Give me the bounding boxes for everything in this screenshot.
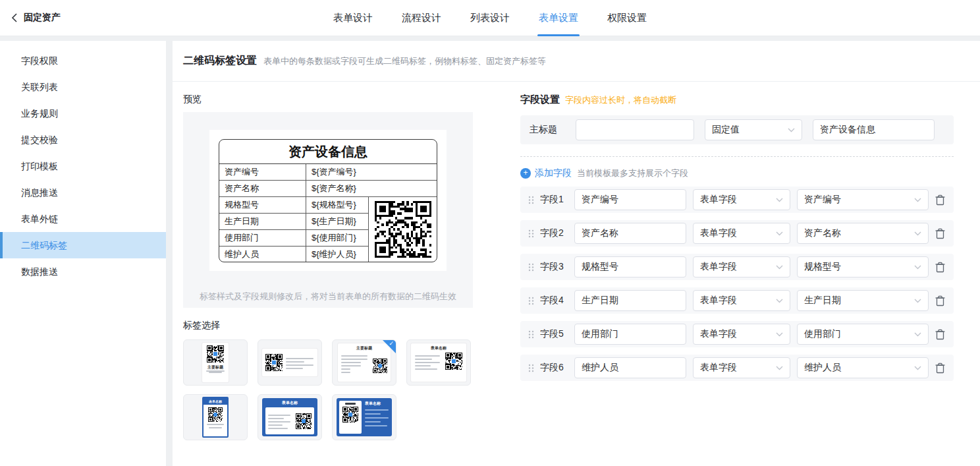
delete-field-button[interactable] bbox=[935, 295, 945, 306]
chevron-down-icon bbox=[776, 299, 783, 303]
label-template-4[interactable]: 表单名称 bbox=[406, 339, 471, 386]
text-line bbox=[268, 424, 283, 426]
label-template-6[interactable]: 表单名称 bbox=[258, 394, 322, 440]
label-preview-card: 资产设备信息 资产编号 ${资产编号} 资产名称 ${资产名称} bbox=[209, 130, 447, 271]
back-button[interactable]: 固定资产 bbox=[9, 12, 61, 24]
sidebar-item-field-permission[interactable]: 字段权限 bbox=[0, 47, 166, 74]
label-template-3-selected[interactable]: 主要标题 bbox=[332, 339, 396, 386]
qrcode-thumb-icon bbox=[265, 354, 283, 371]
text-line bbox=[415, 365, 431, 366]
sidebar-item-related-list[interactable]: 关联列表 bbox=[0, 74, 166, 100]
template-thumbnail: 表单名称 bbox=[411, 343, 466, 382]
field-source-select[interactable]: 使用部门 bbox=[797, 324, 929, 345]
label-field-value: ${使用部门} bbox=[306, 230, 368, 246]
delete-field-button[interactable] bbox=[935, 228, 945, 239]
template-mini-title: 表单名称 bbox=[415, 345, 462, 351]
field-type-select[interactable]: 表单字段 bbox=[693, 357, 790, 378]
main-title-input[interactable] bbox=[576, 119, 694, 140]
label-template-7[interactable]: 表单名称 bbox=[332, 394, 396, 440]
label-main-title: 资产设备信息 bbox=[219, 140, 437, 164]
label-template-2[interactable] bbox=[258, 339, 322, 386]
field-name-input[interactable] bbox=[574, 223, 686, 244]
qrcode-image bbox=[375, 201, 431, 258]
text-line bbox=[209, 372, 222, 373]
select-value: 表单字段 bbox=[700, 362, 737, 374]
drag-handle-icon[interactable] bbox=[528, 297, 535, 305]
select-value: 资产编号 bbox=[804, 194, 841, 206]
field-type-select[interactable]: 表单字段 bbox=[693, 256, 790, 277]
drag-handle-icon[interactable] bbox=[528, 330, 535, 339]
field-type-select[interactable]: 表单字段 bbox=[693, 290, 790, 311]
drag-handle-icon[interactable] bbox=[528, 229, 535, 238]
sidebar-item-print-template[interactable]: 打印模板 bbox=[0, 153, 166, 179]
text-line bbox=[415, 362, 440, 363]
label-field-name: 使用部门 bbox=[219, 230, 306, 246]
field-source-select[interactable]: 资产编号 bbox=[797, 189, 929, 210]
field-name-input[interactable] bbox=[574, 189, 686, 210]
add-field-plus-icon[interactable]: + bbox=[520, 168, 531, 179]
preview-note: 标签样式及字段规则修改后，将对当前表单的所有数据的二维码生效 bbox=[183, 291, 473, 303]
field-name-input[interactable] bbox=[574, 256, 686, 277]
field-name-input[interactable] bbox=[574, 357, 686, 378]
qrcode-thumb-icon bbox=[208, 407, 223, 422]
tab-list-design[interactable]: 列表设计 bbox=[456, 0, 524, 36]
drag-handle-icon[interactable] bbox=[528, 196, 535, 204]
field-source-select[interactable]: 资产名称 bbox=[797, 223, 929, 244]
text-line bbox=[415, 359, 432, 360]
sidebar-item-form-external-link[interactable]: 表单外链 bbox=[0, 206, 166, 232]
tab-flow-design[interactable]: 流程设计 bbox=[387, 0, 456, 36]
sidebar-item-submit-validation[interactable]: 提交校验 bbox=[0, 127, 166, 153]
template-mini-title: 表单名称 bbox=[204, 398, 227, 405]
template-thumbnail: 表单名称 bbox=[202, 397, 229, 438]
qrcode-thumb-icon bbox=[445, 353, 462, 370]
delete-field-button[interactable] bbox=[935, 329, 945, 340]
label-template-5[interactable]: 表单名称 bbox=[183, 394, 248, 440]
label-field-value: ${资产名称} bbox=[306, 181, 437, 196]
text-line bbox=[345, 403, 356, 405]
field-name-input[interactable] bbox=[574, 290, 686, 311]
label-row: 使用部门 ${使用部门} bbox=[219, 230, 368, 247]
template-grid: 主要标题 bbox=[183, 339, 481, 440]
sidebar-item-message-push[interactable]: 消息推送 bbox=[0, 179, 166, 206]
select-value: 表单字段 bbox=[700, 261, 737, 273]
template-mini-title: 主要标题 bbox=[207, 364, 223, 370]
chevron-down-icon bbox=[776, 265, 783, 270]
chevron-down-icon bbox=[914, 332, 921, 337]
select-value: 生产日期 bbox=[804, 295, 841, 306]
field-name-input[interactable] bbox=[574, 324, 686, 345]
main-title-type-select[interactable]: 固定值 bbox=[705, 119, 802, 140]
tab-permission-settings[interactable]: 权限设置 bbox=[593, 0, 661, 36]
label-template-1[interactable]: 主要标题 bbox=[183, 339, 248, 386]
preview-column: 预览 资产设备信息 资产编号 ${资产编号} 资产名称 ${资产名称} bbox=[183, 82, 473, 440]
delete-field-button[interactable] bbox=[935, 194, 945, 206]
drag-handle-icon[interactable] bbox=[528, 364, 535, 372]
field-source-select[interactable]: 维护人员 bbox=[797, 357, 929, 378]
field-type-select[interactable]: 表单字段 bbox=[693, 324, 790, 345]
page-title: 二维码标签设置 bbox=[183, 54, 257, 68]
field-source-select[interactable]: 规格型号 bbox=[797, 256, 929, 277]
chevron-down-icon bbox=[914, 198, 921, 202]
sidebar-item-business-rules[interactable]: 业务规则 bbox=[0, 100, 166, 127]
chevron-down-icon bbox=[914, 366, 921, 370]
drag-handle-icon[interactable] bbox=[528, 263, 535, 272]
tab-form-settings[interactable]: 表单设置 bbox=[524, 0, 593, 36]
delete-field-button[interactable] bbox=[935, 262, 945, 273]
sidebar-item-data-push[interactable]: 数据推送 bbox=[0, 258, 166, 285]
field-type-select[interactable]: 表单字段 bbox=[693, 189, 790, 210]
field-source-select[interactable]: 生产日期 bbox=[797, 290, 929, 311]
add-field-hint: 当前模板最多支持展示个字段 bbox=[577, 167, 688, 179]
text-line bbox=[209, 427, 222, 428]
main-title-value-input[interactable] bbox=[813, 119, 935, 140]
settings-sidebar: 字段权限 关联列表 业务规则 提交校验 打印模板 消息推送 表单外链 二维码标签… bbox=[0, 41, 166, 466]
tab-form-design[interactable]: 表单设计 bbox=[319, 0, 387, 36]
sidebar-item-qrcode-label[interactable]: 二维码标签 bbox=[0, 232, 166, 258]
chevron-down-icon bbox=[788, 128, 795, 132]
field-label: 字段2 bbox=[540, 227, 569, 239]
text-line bbox=[268, 421, 290, 422]
add-field-button[interactable]: 添加字段 bbox=[535, 167, 572, 179]
field-type-select[interactable]: 表单字段 bbox=[693, 223, 790, 244]
text-line bbox=[286, 368, 303, 369]
delete-field-button[interactable] bbox=[935, 363, 945, 374]
panel-header: 二维码标签设置 表单中的每条数据或字段可生成二维码标签，例物料标签、固定资产标签… bbox=[173, 41, 980, 82]
chevron-down-icon bbox=[914, 299, 921, 303]
